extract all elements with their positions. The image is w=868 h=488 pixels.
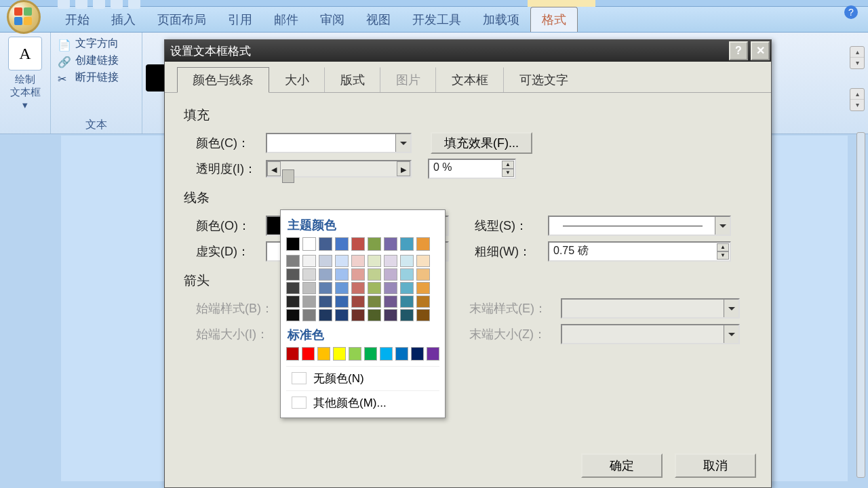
color-swatch[interactable] xyxy=(302,296,316,308)
dtab-layout[interactable]: 版式 xyxy=(325,67,380,92)
tab-addins[interactable]: 加载项 xyxy=(472,7,530,32)
dialog-close-button[interactable]: ✕ xyxy=(751,41,770,60)
color-swatch[interactable] xyxy=(384,237,397,251)
color-swatch[interactable] xyxy=(286,296,300,308)
color-swatch[interactable] xyxy=(302,347,315,361)
color-swatch[interactable] xyxy=(286,282,300,294)
tab-page-layout[interactable]: 页面布局 xyxy=(146,7,217,32)
color-swatch[interactable] xyxy=(335,309,349,321)
vertical-scrollbar[interactable] xyxy=(856,132,865,478)
color-swatch[interactable] xyxy=(333,347,346,361)
color-swatch[interactable] xyxy=(368,296,381,308)
color-swatch[interactable] xyxy=(416,237,430,251)
color-swatch[interactable] xyxy=(411,347,424,361)
color-swatch[interactable] xyxy=(335,268,349,281)
slider-left-icon[interactable]: ◀ xyxy=(267,161,281,176)
color-swatch[interactable] xyxy=(351,309,365,321)
color-swatch[interactable] xyxy=(286,237,300,251)
color-swatch[interactable] xyxy=(286,347,299,361)
color-swatch[interactable] xyxy=(302,237,316,251)
color-swatch[interactable] xyxy=(319,309,332,321)
dtab-size[interactable]: 大小 xyxy=(269,67,325,92)
color-swatch[interactable] xyxy=(384,282,397,294)
color-swatch[interactable] xyxy=(335,237,349,251)
spin-up-icon[interactable]: ▲ xyxy=(502,161,514,169)
tab-developer[interactable]: 开发工具 xyxy=(401,7,472,32)
dialog-help-button[interactable]: ? xyxy=(729,41,748,60)
color-swatch[interactable] xyxy=(416,268,430,281)
color-swatch[interactable] xyxy=(319,268,332,281)
color-swatch[interactable] xyxy=(319,282,332,294)
draw-textbox-button[interactable]: A xyxy=(8,37,42,70)
color-swatch[interactable] xyxy=(286,268,300,281)
create-link-button[interactable]: 🔗创建链接 xyxy=(58,54,135,68)
cancel-button[interactable]: 取消 xyxy=(675,453,756,478)
color-swatch[interactable] xyxy=(302,255,316,267)
transparency-input[interactable]: 0 % ▲▼ xyxy=(428,159,516,179)
tab-review[interactable]: 审阅 xyxy=(309,7,355,32)
color-swatch[interactable] xyxy=(416,309,430,321)
dialog-titlebar[interactable]: 设置文本框格式 ? ✕ xyxy=(165,40,771,62)
help-button[interactable]: ? xyxy=(844,5,858,19)
more-colors-option[interactable]: 其他颜色(M)... xyxy=(286,390,439,415)
color-swatch[interactable] xyxy=(400,237,414,251)
color-swatch[interactable] xyxy=(351,237,365,251)
tab-home[interactable]: 开始 xyxy=(54,7,100,32)
color-swatch[interactable] xyxy=(384,309,397,321)
selected-shape[interactable] xyxy=(146,64,166,92)
color-swatch[interactable] xyxy=(302,282,316,294)
qat-icon[interactable] xyxy=(58,0,70,9)
no-color-option[interactable]: 无颜色(N) xyxy=(286,366,439,390)
color-swatch[interactable] xyxy=(364,347,377,361)
qat-icon[interactable] xyxy=(75,0,87,9)
qat-icon[interactable] xyxy=(93,0,105,9)
color-swatch[interactable] xyxy=(368,268,381,281)
fill-color-combo[interactable] xyxy=(266,133,412,153)
color-swatch[interactable] xyxy=(427,347,439,361)
color-swatch[interactable] xyxy=(400,309,414,321)
color-swatch[interactable] xyxy=(395,347,408,361)
color-swatch[interactable] xyxy=(368,282,381,294)
transparency-slider[interactable]: ◀ ▶ xyxy=(266,160,412,178)
line-weight-input[interactable]: 0.75 磅 ▲▼ xyxy=(548,241,731,262)
color-swatch[interactable] xyxy=(317,347,330,361)
color-swatch[interactable] xyxy=(351,282,365,294)
spin-up-icon[interactable]: ▲ xyxy=(717,243,729,251)
line-style-combo[interactable] xyxy=(548,216,731,236)
spin-down-icon[interactable]: ▼ xyxy=(502,169,514,177)
color-swatch[interactable] xyxy=(286,255,300,267)
spin-down-icon[interactable]: ▼ xyxy=(717,251,729,260)
tab-references[interactable]: 引用 xyxy=(217,7,263,32)
tab-insert[interactable]: 插入 xyxy=(100,7,146,32)
qat-icon[interactable] xyxy=(128,0,140,9)
slider-right-icon[interactable]: ▶ xyxy=(397,161,410,176)
scroll-widget-top[interactable]: ▴▾ xyxy=(850,46,865,69)
color-swatch[interactable] xyxy=(400,282,414,294)
color-swatch[interactable] xyxy=(286,309,300,321)
color-swatch[interactable] xyxy=(380,347,393,361)
color-swatch[interactable] xyxy=(319,296,332,308)
color-swatch[interactable] xyxy=(319,237,332,251)
dtab-alt-text[interactable]: 可选文字 xyxy=(504,67,583,92)
office-button[interactable] xyxy=(7,0,41,34)
qat-icon[interactable] xyxy=(111,0,123,9)
tab-view[interactable]: 视图 xyxy=(355,7,401,32)
color-swatch[interactable] xyxy=(335,296,349,308)
color-swatch[interactable] xyxy=(319,255,332,267)
color-swatch[interactable] xyxy=(368,255,381,267)
color-swatch[interactable] xyxy=(400,255,414,267)
text-direction-button[interactable]: 📄文字方向 xyxy=(58,37,135,51)
color-swatch[interactable] xyxy=(335,255,349,267)
color-swatch[interactable] xyxy=(351,255,365,267)
color-swatch[interactable] xyxy=(302,268,316,281)
dtab-color-lines[interactable]: 颜色与线条 xyxy=(177,67,269,93)
color-swatch[interactable] xyxy=(400,268,414,281)
tab-mailings[interactable]: 邮件 xyxy=(263,7,309,32)
color-swatch[interactable] xyxy=(335,282,349,294)
color-swatch[interactable] xyxy=(351,268,365,281)
tab-format[interactable]: 格式 xyxy=(530,7,578,32)
color-swatch[interactable] xyxy=(400,296,414,308)
color-swatch[interactable] xyxy=(416,282,430,294)
color-swatch[interactable] xyxy=(351,296,365,308)
color-swatch[interactable] xyxy=(368,309,381,321)
